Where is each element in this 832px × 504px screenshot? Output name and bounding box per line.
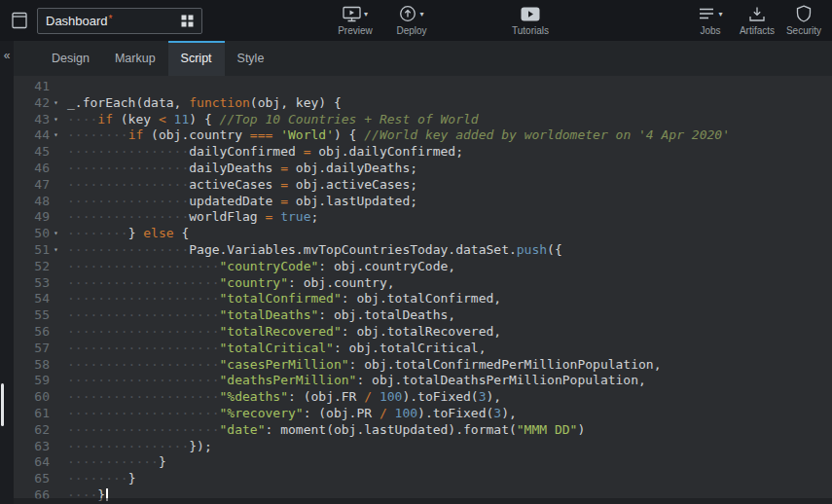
- code-token: 11: [174, 112, 190, 126]
- code-line[interactable]: [67, 79, 832, 95]
- horizontal-scrollbar[interactable]: [14, 498, 832, 504]
- code-line[interactable]: ····················"totalConfirmed": ob…: [67, 291, 832, 307]
- gutter-line[interactable]: 44▾: [14, 127, 62, 144]
- code-pane[interactable]: _.forEach(data, function(obj, key) {····…: [62, 79, 832, 504]
- code-line[interactable]: ····if (key < 11) { //Top 10 Countries +…: [67, 112, 832, 128]
- fold-toggle-icon[interactable]: ▾: [50, 95, 62, 112]
- code-token: "totalDeaths": [220, 307, 319, 322]
- code-token: if: [97, 112, 113, 126]
- tab-style[interactable]: Style: [225, 41, 277, 76]
- tab-script[interactable]: Script: [168, 41, 225, 76]
- gutter-line[interactable]: 41: [14, 79, 62, 95]
- gutter-line[interactable]: 63: [14, 439, 62, 455]
- gutter-line[interactable]: 51▾: [14, 242, 62, 259]
- fold-spacer: [50, 259, 62, 275]
- script-editor[interactable]: 4142▾43▾44▾454647484950▾51▾5253545556575…: [14, 76, 832, 504]
- code-line[interactable]: _.forEach(data, function(obj, key) {: [67, 95, 832, 112]
- gutter-line[interactable]: 48: [14, 194, 62, 210]
- fold-spacer: [50, 454, 62, 471]
- jobs-button[interactable]: ▾ Jobs: [692, 5, 729, 36]
- line-number: 43: [34, 112, 50, 128]
- gutter-line[interactable]: 58: [14, 357, 62, 374]
- code-line[interactable]: ····················"countryCode": obj.c…: [67, 259, 832, 275]
- gutter-line[interactable]: 55: [14, 307, 62, 324]
- page-name: Dashboard*: [46, 14, 113, 28]
- left-scrollbar-thumb[interactable]: [1, 383, 4, 426]
- code-line[interactable]: ····················"%deaths": (obj.FR /…: [67, 389, 832, 406]
- code-line[interactable]: ····················"totalCritical": obj…: [67, 341, 832, 357]
- tab-markup[interactable]: Markup: [102, 41, 168, 76]
- page-icon[interactable]: [10, 11, 29, 30]
- code-line[interactable]: ····················"casesPerMillion": o…: [67, 357, 832, 374]
- line-number: 45: [34, 144, 50, 161]
- code-token: 3: [493, 406, 501, 420]
- gutter-line[interactable]: 62: [14, 422, 62, 439]
- code-line[interactable]: ················dailyConfirmed = obj.dai…: [67, 144, 832, 161]
- deploy-button[interactable]: ▾ Deploy: [393, 5, 430, 36]
- artifacts-button[interactable]: Artifacts: [739, 5, 776, 36]
- code-line[interactable]: ········if (obj.country === 'World') { /…: [67, 127, 832, 144]
- gutter-line[interactable]: 45: [14, 144, 62, 161]
- gutter-line[interactable]: 53: [14, 275, 62, 292]
- gutter-line[interactable]: 64: [14, 454, 62, 471]
- fold-toggle-icon[interactable]: ▾: [50, 127, 62, 144]
- gutter-line[interactable]: 46: [14, 161, 62, 177]
- code-line[interactable]: ····················"%recovery": (obj.PR…: [67, 406, 832, 422]
- gutter-line[interactable]: 49: [14, 209, 62, 226]
- tab-design[interactable]: Design: [39, 41, 102, 76]
- code-line[interactable]: ················updatedDate = obj.lastUp…: [67, 194, 832, 210]
- gutter: 4142▾43▾44▾454647484950▾51▾5253545556575…: [14, 79, 62, 504]
- fold-toggle-icon[interactable]: ▾: [50, 226, 62, 242]
- gutter-line[interactable]: 59: [14, 373, 62, 389]
- left-panel-collapsed[interactable]: «: [0, 41, 14, 504]
- fold-toggle-icon[interactable]: ▾: [50, 112, 62, 128]
- gutter-line[interactable]: 42▾: [14, 95, 62, 112]
- code-line[interactable]: ················worldFlag = true;: [67, 209, 832, 226]
- code-line[interactable]: ················dailyDeaths = obj.dailyD…: [67, 161, 832, 177]
- gutter-line[interactable]: 43▾: [14, 112, 62, 128]
- fold-toggle-icon[interactable]: ▾: [50, 242, 62, 259]
- code-token: ),: [487, 389, 502, 404]
- preview-button[interactable]: ▾ Preview: [337, 5, 374, 36]
- code-line[interactable]: ····················"date": moment(obj.l…: [67, 422, 832, 439]
- code-line[interactable]: ········}: [67, 471, 832, 487]
- gutter-line[interactable]: 57: [14, 341, 62, 357]
- tutorials-button[interactable]: Tutorials: [512, 5, 549, 36]
- line-number: 53: [34, 275, 50, 292]
- collapse-panel-button[interactable]: «: [0, 41, 14, 62]
- fold-spacer: [50, 422, 62, 439]
- code-line[interactable]: ········} else {: [67, 226, 832, 242]
- gutter-line[interactable]: 47: [14, 177, 62, 194]
- security-button[interactable]: Security: [785, 5, 822, 36]
- code-token: }: [128, 471, 136, 486]
- gutter-line[interactable]: 60: [14, 389, 62, 406]
- code-line[interactable]: ················Page.Variables.mvTopCoun…: [67, 242, 832, 259]
- gutter-line[interactable]: 50▾: [14, 226, 62, 242]
- code-line[interactable]: ············}: [67, 454, 832, 471]
- gutter-line[interactable]: 52: [14, 259, 62, 275]
- gutter-line[interactable]: 54: [14, 291, 62, 307]
- code-line[interactable]: ················activeCases = obj.active…: [67, 177, 832, 194]
- gutter-line[interactable]: 65: [14, 471, 62, 487]
- code-token: activeCases: [189, 177, 280, 192]
- code-line[interactable]: ····················"totalRecovered": ob…: [67, 324, 832, 341]
- preview-label: Preview: [338, 25, 373, 36]
- fold-spacer: [50, 324, 62, 341]
- code-line[interactable]: ····················"deathsPerMillion": …: [67, 373, 832, 389]
- indent-guide-dots: ················: [67, 209, 189, 224]
- line-number: 41: [34, 79, 50, 95]
- code-token: : obj.totalDeaths,: [318, 307, 455, 322]
- code-token: =: [280, 177, 288, 192]
- line-number: 58: [34, 357, 50, 374]
- gutter-line[interactable]: 61: [14, 406, 62, 422]
- code-line[interactable]: ····················"country": obj.count…: [67, 275, 832, 292]
- code-token: obj.lastUpdated;: [288, 194, 417, 208]
- code-token: : (obj.FR: [288, 389, 364, 404]
- gutter-line[interactable]: 56: [14, 324, 62, 341]
- pages-grid-icon[interactable]: [181, 15, 194, 27]
- code-line[interactable]: ················});: [67, 439, 832, 455]
- code-line[interactable]: ····················"totalDeaths": obj.t…: [67, 307, 832, 324]
- page-selector[interactable]: Dashboard*: [37, 8, 202, 34]
- indent-guide-dots: ····················: [67, 406, 220, 420]
- fold-spacer: [50, 144, 62, 161]
